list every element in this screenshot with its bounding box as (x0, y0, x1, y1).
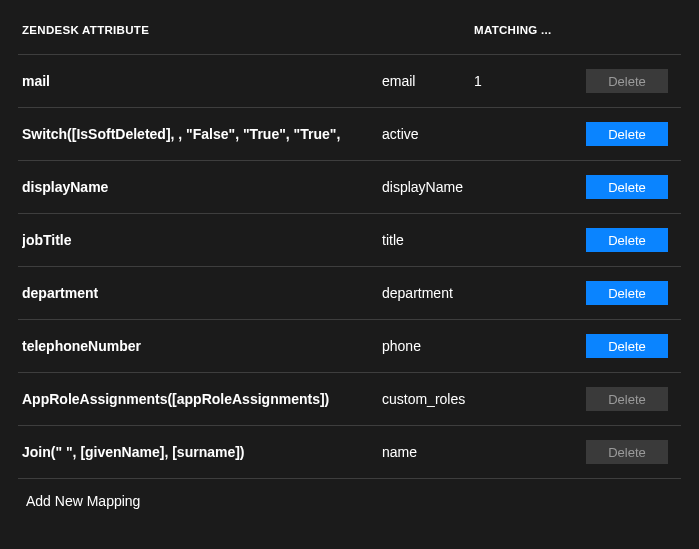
cell-source-attribute: AppRoleAssignments([appRoleAssignments]) (22, 391, 382, 407)
header-zendesk-attribute: ZENDESK ATTRIBUTE (22, 24, 382, 36)
cell-target-attribute: email (382, 73, 474, 89)
cell-target-attribute: displayName (382, 179, 474, 195)
delete-button[interactable]: Delete (586, 228, 668, 252)
cell-target-attribute: title (382, 232, 474, 248)
cell-matching-priority: 1 (474, 73, 586, 89)
cell-target-attribute: department (382, 285, 474, 301)
cell-target-attribute: custom_roles (382, 391, 474, 407)
delete-button[interactable]: Delete (586, 175, 668, 199)
cell-source-attribute: displayName (22, 179, 382, 195)
table-row[interactable]: Switch([IsSoftDeleted], , "False", "True… (18, 107, 681, 160)
cell-source-attribute: Join(" ", [givenName], [surname]) (22, 444, 382, 460)
cell-target-attribute: active (382, 126, 474, 142)
delete-button[interactable]: Delete (586, 334, 668, 358)
cell-source-attribute: Switch([IsSoftDeleted], , "False", "True… (22, 126, 382, 142)
header-matching: MATCHING ... (474, 24, 586, 36)
cell-source-attribute: jobTitle (22, 232, 382, 248)
table-row[interactable]: AppRoleAssignments([appRoleAssignments])… (18, 372, 681, 425)
attribute-mapping-panel: ZENDESK ATTRIBUTE MATCHING ... mail emai… (0, 0, 699, 549)
cell-target-attribute: phone (382, 338, 474, 354)
cell-source-attribute: mail (22, 73, 382, 89)
add-new-mapping-row: Add New Mapping (18, 478, 681, 523)
delete-button[interactable]: Delete (586, 281, 668, 305)
cell-source-attribute: telephoneNumber (22, 338, 382, 354)
cell-target-attribute: name (382, 444, 474, 460)
cell-source-attribute: department (22, 285, 382, 301)
delete-button: Delete (586, 440, 668, 464)
table-row[interactable]: telephoneNumber phone Delete (18, 319, 681, 372)
table-row[interactable]: Join(" ", [givenName], [surname]) name D… (18, 425, 681, 478)
add-new-mapping-link[interactable]: Add New Mapping (26, 493, 140, 509)
mapping-table: ZENDESK ATTRIBUTE MATCHING ... mail emai… (18, 0, 681, 523)
delete-button: Delete (586, 69, 668, 93)
table-header-row: ZENDESK ATTRIBUTE MATCHING ... (18, 0, 681, 54)
table-row[interactable]: jobTitle title Delete (18, 213, 681, 266)
table-row[interactable]: displayName displayName Delete (18, 160, 681, 213)
delete-button: Delete (586, 387, 668, 411)
table-row[interactable]: mail email 1 Delete (18, 54, 681, 107)
table-row[interactable]: department department Delete (18, 266, 681, 319)
delete-button[interactable]: Delete (586, 122, 668, 146)
